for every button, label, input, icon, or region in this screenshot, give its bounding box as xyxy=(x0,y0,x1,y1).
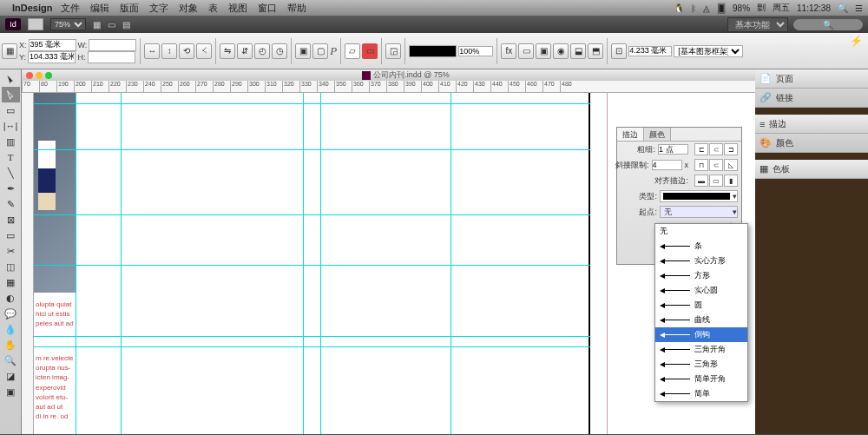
gap-tool[interactable]: |↔| xyxy=(2,118,20,134)
stroke-swatch[interactable]: ▭ xyxy=(362,43,378,59)
menu-layout[interactable]: 版面 xyxy=(120,2,139,15)
arrowhead-option[interactable]: 简单开角 xyxy=(655,372,747,386)
panel-页面[interactable]: 📄页面 xyxy=(755,69,868,89)
guide[interactable] xyxy=(303,93,304,434)
guide[interactable] xyxy=(34,265,590,266)
wrap-column-icon[interactable]: ⬒ xyxy=(588,43,603,59)
arrowhead-option[interactable]: 无 xyxy=(655,224,747,239)
document-titlebar[interactable]: 公司内刊.indd @ 75% xyxy=(22,69,755,81)
menu-window[interactable]: 窗口 xyxy=(258,2,277,15)
panel-描边[interactable]: ≡描边 xyxy=(755,115,868,134)
flip-h-icon[interactable]: ⇋ xyxy=(220,43,235,59)
arrowhead-option[interactable]: 实心圆 xyxy=(655,283,747,298)
rotate-neg90-icon[interactable]: ◷ xyxy=(272,43,287,59)
wrap-object-icon[interactable]: ◉ xyxy=(553,43,569,59)
fit-content-icon[interactable]: ⊡ xyxy=(611,43,627,59)
selection-tool[interactable] xyxy=(2,71,20,87)
line-tool[interactable]: ╲ xyxy=(2,165,20,181)
arrowhead-option[interactable]: 圆 xyxy=(655,298,747,313)
input-icon[interactable]: 㔌 xyxy=(757,2,766,14)
h-input[interactable] xyxy=(88,51,135,63)
note-tool[interactable]: 💬 xyxy=(2,306,20,321)
arrowhead-dropdown[interactable]: 无条实心方形方形实心圆圆曲线倒钩三角开角三角形简单开角简单 xyxy=(654,223,748,402)
arrowhead-option[interactable]: 简单 xyxy=(655,386,747,401)
paragraph-icon[interactable]: P xyxy=(330,44,337,58)
join-round-icon[interactable]: ⊂ xyxy=(709,159,723,171)
miter-input[interactable] xyxy=(652,160,682,170)
fill-swatch[interactable]: ▱ xyxy=(345,43,360,59)
guide[interactable] xyxy=(34,214,590,215)
join-bevel-icon[interactable]: ◺ xyxy=(724,159,738,171)
guide[interactable] xyxy=(34,346,590,347)
guide[interactable] xyxy=(34,149,590,150)
arrowhead-option[interactable]: 条 xyxy=(655,239,747,254)
align-center-icon[interactable]: ▬ xyxy=(694,175,708,187)
rectangle-tool[interactable]: ▭ xyxy=(2,227,20,243)
vertical-ruler[interactable] xyxy=(22,93,34,434)
stroke-width-input[interactable] xyxy=(628,46,672,56)
free-transform-tool[interactable]: ◫ xyxy=(2,259,20,274)
screen-mode-icon[interactable]: ▭ xyxy=(108,20,115,30)
x-input[interactable] xyxy=(29,39,76,51)
y-input[interactable] xyxy=(28,51,76,63)
menu-object[interactable]: 对象 xyxy=(179,2,198,15)
workspace-select[interactable]: 基本功能 xyxy=(727,17,788,32)
hand-tool[interactable]: ✋ xyxy=(2,337,20,353)
panel-色板[interactable]: ▦色板 xyxy=(755,160,868,179)
arrowhead-option[interactable]: 实心方形 xyxy=(655,254,747,268)
cap-butt-icon[interactable]: ⊏ xyxy=(694,143,708,155)
content-collector-tool[interactable]: ▥ xyxy=(2,134,20,149)
guide[interactable] xyxy=(450,93,451,434)
view-mode-toggle[interactable]: ▣ xyxy=(2,384,20,399)
reference-point-icon[interactable]: ▦ xyxy=(2,43,17,59)
zoom-tool[interactable]: 🔍 xyxy=(2,353,20,368)
search-box[interactable]: 🔍 xyxy=(793,19,863,30)
arrowhead-option[interactable]: 方形 xyxy=(655,268,747,283)
select-content-icon[interactable]: ▢ xyxy=(312,43,328,59)
horizontal-ruler[interactable]: 7080190200210220230240250260270280290300… xyxy=(22,81,755,93)
menu-type[interactable]: 文字 xyxy=(149,2,168,15)
text-frame-2[interactable]: m re velecte orupta nus- icten imag- exp… xyxy=(36,353,74,421)
text-frame-1[interactable]: olupta quiat hici ut estis peles aut ad xyxy=(36,300,74,329)
cap-square-icon[interactable]: ⊐ xyxy=(724,143,738,155)
spotlight-icon[interactable]: 🔍 xyxy=(838,3,848,13)
align-inside-icon[interactable]: ▭ xyxy=(709,175,723,187)
cap-round-icon[interactable]: ⊂ xyxy=(709,143,723,155)
rotate-90-icon[interactable]: ◴ xyxy=(254,43,270,59)
direct-selection-tool[interactable] xyxy=(2,87,20,102)
guide[interactable] xyxy=(34,336,590,337)
panel-颜色[interactable]: 🎨颜色 xyxy=(755,134,868,153)
w-input[interactable] xyxy=(89,39,136,51)
maximize-icon[interactable] xyxy=(45,72,52,79)
shear-icon[interactable]: ⧼ xyxy=(196,43,212,59)
placed-image[interactable] xyxy=(34,93,76,293)
zoom-select[interactable]: 75% xyxy=(50,18,86,30)
stroke-type-select[interactable]: ▾ xyxy=(660,190,738,202)
pencil-tool[interactable]: ✎ xyxy=(2,196,20,212)
stroke-weight-input[interactable] xyxy=(658,144,688,155)
arrowhead-option[interactable]: 倒钩 xyxy=(655,327,747,342)
guide[interactable] xyxy=(121,93,122,434)
menu-file[interactable]: 文件 xyxy=(61,2,80,15)
fill-stroke-swap[interactable]: ◪ xyxy=(2,368,20,384)
page-tool[interactable]: ▭ xyxy=(2,102,20,118)
gradient-swatch-tool[interactable]: ▦ xyxy=(2,274,20,290)
tab-stroke[interactable]: 描边 xyxy=(617,128,644,141)
close-icon[interactable] xyxy=(26,72,33,79)
type-tool[interactable]: T xyxy=(2,149,20,165)
effects-icon[interactable]: fx xyxy=(501,43,516,59)
join-miter-icon[interactable]: ⊓ xyxy=(694,159,708,171)
scale-y-icon[interactable]: ↕ xyxy=(161,43,177,59)
scissors-tool[interactable]: ✂ xyxy=(2,243,20,259)
opacity-input[interactable] xyxy=(458,46,493,56)
guide[interactable] xyxy=(76,93,76,434)
align-outside-icon[interactable]: ▮ xyxy=(724,175,738,187)
stroke-style-select[interactable] xyxy=(409,45,457,57)
flip-v-icon[interactable]: ⇵ xyxy=(237,43,253,59)
battery-icon[interactable]: 🂠 xyxy=(717,3,726,13)
arrowhead-option[interactable]: 三角形 xyxy=(655,357,747,372)
scale-x-icon[interactable]: ↔ xyxy=(144,43,160,59)
arrange-icon[interactable]: ▤ xyxy=(122,20,130,30)
bridge-icon[interactable] xyxy=(28,18,43,30)
wrap-bound-icon[interactable]: ▣ xyxy=(536,43,551,59)
